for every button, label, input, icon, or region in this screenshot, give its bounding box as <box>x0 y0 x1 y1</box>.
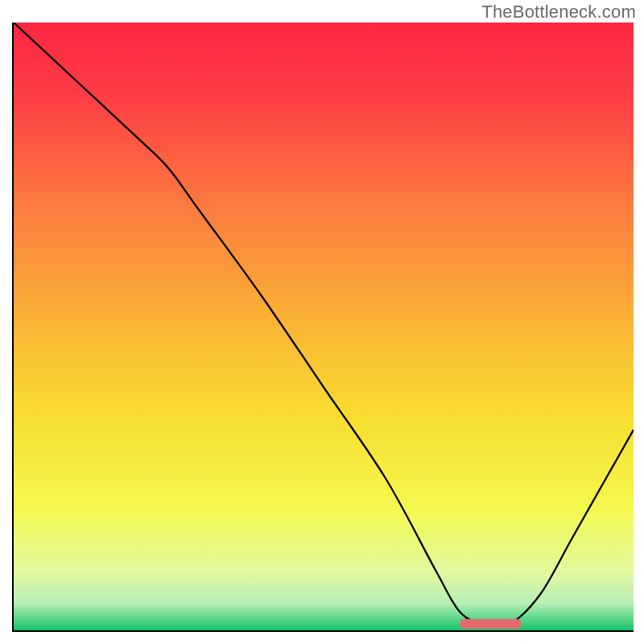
watermark-text: TheBottleneck.com <box>481 2 636 23</box>
target-marker <box>460 619 522 629</box>
bottleneck-curve <box>14 23 634 630</box>
chart-plot-area <box>12 23 634 632</box>
